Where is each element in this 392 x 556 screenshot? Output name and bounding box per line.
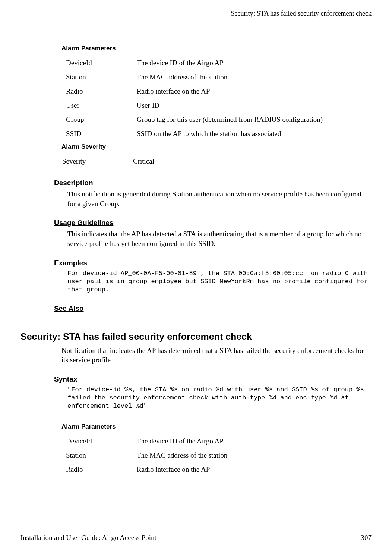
param-name: DeviceId: [61, 56, 137, 70]
param-desc: The device ID of the Airgo AP: [137, 56, 372, 70]
param-name: Station: [61, 70, 137, 84]
param-desc: The MAC address of the station: [137, 448, 372, 462]
alarm-parameters-table: DeviceId The device ID of the Airgo AP S…: [61, 56, 372, 141]
table-row: DeviceId The device ID of the Airgo AP: [61, 56, 372, 70]
param-desc: Group tag for this user (determined from…: [137, 113, 372, 127]
param-name: SSID: [61, 127, 137, 141]
syntax-heading: Syntax: [54, 375, 372, 383]
param-desc: The MAC address of the station: [137, 70, 372, 84]
param-name: Station: [61, 448, 137, 462]
table-row: SSID SSID on the AP to which the station…: [61, 127, 372, 141]
table-row: Group Group tag for this user (determine…: [61, 113, 372, 127]
page-number: 307: [361, 534, 372, 542]
syntax-body: "For device-id %s, the STA %s on radio %…: [67, 386, 368, 410]
footer-left: Installation and User Guide: Airgo Acces…: [20, 534, 157, 542]
alarm-parameters-table-2: DeviceId The device ID of the Airgo AP S…: [61, 434, 372, 477]
param-desc: Radio interface on the AP: [137, 462, 372, 477]
alarm-severity-heading: Alarm Severity: [61, 143, 372, 151]
header-title: Security: STA has failed security enforc…: [231, 10, 372, 17]
alarm-parameters-heading: Alarm Parameters: [61, 45, 372, 52]
param-name: Group: [61, 113, 137, 127]
examples-body: For device-id AP_00-0A-F5-00-01-89 , the…: [67, 269, 368, 294]
description-body: This notification is generated during St…: [67, 189, 368, 208]
table-row: Radio Radio interface on the AP: [61, 84, 372, 98]
header-rule: [20, 20, 372, 20]
param-name: User: [61, 98, 137, 113]
table-row: Severity Critical: [61, 154, 372, 168]
param-name: Radio: [61, 462, 137, 477]
param-name: Radio: [61, 84, 137, 98]
severity-label: Severity: [61, 154, 133, 168]
param-desc: User ID: [137, 98, 372, 113]
alarm-parameters-heading-2: Alarm Parameters: [61, 423, 372, 430]
param-desc: The device ID of the Airgo AP: [137, 434, 372, 448]
alarm-severity-table: Severity Critical: [61, 154, 372, 168]
see-also-heading: See Also: [54, 304, 372, 313]
table-row: Station The MAC address of the station: [61, 448, 372, 462]
usage-guidelines-body: This indicates that the AP has detected …: [67, 229, 368, 248]
param-desc: Radio interface on the AP: [137, 84, 372, 98]
param-desc: SSID on the AP to which the station has …: [137, 127, 372, 141]
usage-guidelines-heading: Usage Guidelines: [54, 219, 372, 227]
table-row: User User ID: [61, 98, 372, 113]
severity-value: Critical: [133, 154, 372, 168]
description-heading: Description: [54, 179, 372, 187]
section-title: Security: STA has failed security enforc…: [20, 331, 372, 342]
param-name: DeviceId: [61, 434, 137, 448]
examples-heading: Examples: [54, 259, 372, 267]
table-row: Station The MAC address of the station: [61, 70, 372, 84]
section-intro: Notification that indicates the AP has d…: [61, 346, 368, 365]
footer-rule: [20, 531, 372, 531]
table-row: DeviceId The device ID of the Airgo AP: [61, 434, 372, 448]
table-row: Radio Radio interface on the AP: [61, 462, 372, 477]
